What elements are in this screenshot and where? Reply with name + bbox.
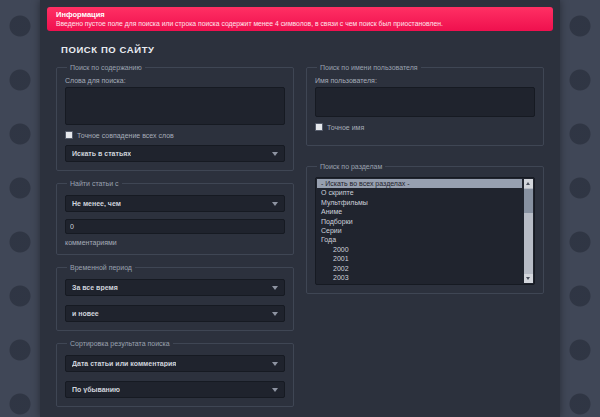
site-search-page: { "banner": { "title": "Информация", "me… <box>0 0 600 417</box>
search-in-select[interactable]: Искать в статьях <box>65 145 285 162</box>
exact-name-checkbox[interactable] <box>315 123 323 131</box>
comparison-select[interactable]: Не менее, чем <box>65 195 285 212</box>
search-words-textarea[interactable] <box>65 87 285 125</box>
exact-match-row: Точное совпадение всех слов <box>65 131 285 139</box>
banner-title: Информация <box>56 10 544 19</box>
content-search-fieldset: Поиск по содержанию Слова для поиска: То… <box>56 64 294 171</box>
username-label: Имя пользователя: <box>315 77 535 84</box>
find-articles-legend: Найти статьи с <box>67 180 122 187</box>
time-period-legend: Временной период <box>67 264 135 271</box>
search-in-value: Искать в статьях <box>72 150 131 157</box>
scrollbar-thumb[interactable] <box>524 189 533 213</box>
scroll-up-icon[interactable] <box>524 179 533 188</box>
section-option[interactable]: - Искать во всех разделах - <box>317 179 522 188</box>
sections-search-legend: Поиск по разделам <box>317 163 385 170</box>
time-direction-select[interactable]: и новее <box>65 305 285 322</box>
page-title: ПОИСК ПО САЙТУ <box>61 44 560 55</box>
section-option[interactable]: 2002 <box>317 264 522 273</box>
sections-search-fieldset: Поиск по разделам - Искать во всех разде… <box>306 163 544 294</box>
section-option[interactable]: 2001 <box>317 254 522 263</box>
content-search-legend: Поиск по содержанию <box>67 64 145 71</box>
sort-field-select[interactable]: Дата статьи или комментария <box>65 355 285 372</box>
time-period-fieldset: Временной период За все время и новее <box>56 264 294 331</box>
section-option[interactable]: О скрипте <box>317 188 522 197</box>
exact-name-row: Точное имя <box>315 123 535 131</box>
search-form: Поиск по содержанию Слова для поиска: То… <box>40 64 560 417</box>
sorting-fieldset: Сортировка результата поиска Дата статьи… <box>56 340 294 407</box>
find-articles-fieldset: Найти статьи с Не менее, чем комментария… <box>56 180 294 255</box>
exact-name-label: Точное имя <box>327 124 364 131</box>
section-option[interactable]: Мультфильмы <box>317 198 522 207</box>
sections-options: - Искать во всех разделах -О скриптеМуль… <box>317 179 522 282</box>
section-option[interactable]: 2003 <box>317 273 522 282</box>
section-option[interactable]: Аниме <box>317 207 522 216</box>
left-column: Поиск по содержанию Слова для поиска: То… <box>56 64 294 417</box>
username-textarea[interactable] <box>315 87 535 117</box>
sort-field-value: Дата статьи или комментария <box>72 360 176 367</box>
chevron-down-icon <box>272 362 278 366</box>
section-option[interactable]: Года <box>317 235 522 244</box>
chevron-down-icon <box>272 312 278 316</box>
info-banner: Информация Введено пустое поле для поиск… <box>47 7 553 31</box>
section-option[interactable]: Серии <box>317 226 522 235</box>
chevron-down-icon <box>272 202 278 206</box>
username-search-legend: Поиск по имени пользователя <box>317 64 421 71</box>
exact-match-label: Точное совпадение всех слов <box>77 132 174 139</box>
time-direction-value: и новее <box>72 310 99 317</box>
content-panel: Информация Введено пустое поле для поиск… <box>40 0 560 417</box>
username-search-fieldset: Поиск по имени пользователя Имя пользова… <box>306 64 544 146</box>
scroll-down-icon[interactable] <box>524 274 533 283</box>
banner-message: Введено пустое поле для поиска или строк… <box>56 20 544 27</box>
sections-listbox[interactable]: - Искать во всех разделах -О скриптеМуль… <box>315 177 535 285</box>
comments-suffix-label: комментариями <box>65 239 285 246</box>
comments-count-input[interactable] <box>65 219 285 234</box>
right-column: Поиск по имени пользователя Имя пользова… <box>306 64 544 303</box>
section-option[interactable]: Подборки <box>317 217 522 226</box>
sorting-legend: Сортировка результата поиска <box>67 340 173 347</box>
chevron-down-icon <box>272 286 278 290</box>
listbox-scrollbar[interactable] <box>524 179 533 283</box>
search-words-label: Слова для поиска: <box>65 77 285 84</box>
section-option[interactable]: 2000 <box>317 245 522 254</box>
chevron-down-icon <box>272 388 278 392</box>
time-range-value: За все время <box>72 284 118 291</box>
comparison-value: Не менее, чем <box>72 200 121 207</box>
exact-match-checkbox[interactable] <box>65 131 73 139</box>
time-range-select[interactable]: За все время <box>65 279 285 296</box>
sort-order-select[interactable]: По убыванию <box>65 381 285 398</box>
sort-order-value: По убыванию <box>72 386 120 393</box>
chevron-down-icon <box>272 152 278 156</box>
